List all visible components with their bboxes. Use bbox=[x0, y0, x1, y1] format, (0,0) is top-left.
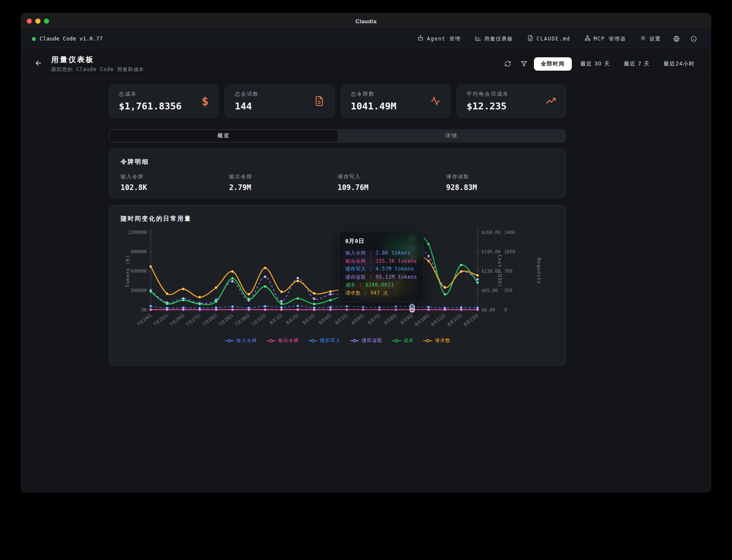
svg-text:1400: 1400 bbox=[504, 230, 515, 235]
refresh-icon[interactable] bbox=[501, 57, 514, 70]
svg-text:7月25日: 7月25日 bbox=[152, 312, 169, 327]
svg-text:0: 0 bbox=[504, 307, 507, 312]
legend-label: 输出令牌 bbox=[278, 337, 299, 344]
robot-icon bbox=[417, 35, 424, 43]
back-button[interactable] bbox=[32, 56, 45, 71]
svg-text:7月30日: 7月30日 bbox=[234, 312, 251, 327]
legend-label: 成本 bbox=[403, 337, 414, 344]
breakdown-value: 2.79M bbox=[229, 183, 338, 192]
token-breakdown-grid: 输入令牌 102.8K 输出令牌 2.79M 缓存写入 109.76M 缓存读取… bbox=[121, 173, 555, 192]
page-header: 用量仪表板 跟踪您的 Claude Code 用量和成本 全部时间 最近 30 … bbox=[21, 48, 711, 80]
legend-line-icon bbox=[392, 339, 401, 343]
breakdown-item-cache-write: 缓存写入 109.76M bbox=[338, 173, 446, 192]
svg-text:$0.00: $0.00 bbox=[481, 307, 495, 312]
breakdown-label: 输入令牌 bbox=[121, 173, 229, 180]
top-nav: Claude Code v1.0.77 Agent 管理 用量仪表板 CLAUD… bbox=[21, 30, 711, 48]
chart-title: 随时间变化的日常用量 bbox=[121, 215, 555, 223]
range-7-days-button[interactable]: 最近 7 天 bbox=[619, 57, 655, 71]
svg-text:8月3日: 8月3日 bbox=[301, 312, 316, 325]
nav-label: 设置 bbox=[649, 35, 661, 43]
tooltip-title: 8月9日 bbox=[345, 237, 417, 245]
tooltip-row: 成本 : $240.0021 bbox=[345, 281, 417, 289]
breakdown-value: 109.76M bbox=[338, 183, 446, 192]
stat-label: 总令牌数 bbox=[351, 90, 397, 98]
tooltip-row: 缓存写入 : 4.57M tokens bbox=[345, 265, 417, 273]
nav-claude-md[interactable]: CLAUDE.md bbox=[522, 32, 575, 46]
bar-chart-icon bbox=[475, 35, 481, 43]
maximize-window-button[interactable] bbox=[44, 19, 49, 24]
info-icon[interactable] bbox=[687, 32, 700, 45]
tooltip-row: 输出令牌 : 155.3K tokens bbox=[345, 257, 417, 265]
nav-items: Agent 管理 用量仪表板 CLAUDE.md MCP 管理器 设置 bbox=[413, 32, 700, 46]
svg-text:90000K: 90000K bbox=[130, 249, 147, 254]
nav-label: Agent 管理 bbox=[427, 35, 461, 43]
breakdown-item-input: 输入令牌 102.8K bbox=[121, 173, 229, 192]
stat-label: 总会话数 bbox=[235, 90, 259, 98]
stats-row: 总成本 $1,761.8356 $ 总会话数 144 总令牌数 1041.49M bbox=[109, 84, 566, 118]
svg-text:8月4日: 8月4日 bbox=[318, 312, 332, 325]
svg-text:$260.00: $260.00 bbox=[481, 230, 500, 235]
header-controls: 全部时间 最近 30 天 最近 7 天 最近24小时 bbox=[501, 57, 700, 71]
legend-item-input_tokens[interactable]: 输入令牌 bbox=[225, 337, 257, 344]
file-text-icon bbox=[314, 96, 325, 106]
minimize-window-button[interactable] bbox=[35, 19, 40, 24]
svg-text:$195.00: $195.00 bbox=[481, 249, 500, 254]
breakdown-label: 输出令牌 bbox=[229, 173, 338, 180]
nav-usage-dashboard[interactable]: 用量仪表板 bbox=[470, 32, 518, 46]
view-tabs: 概览 详情 bbox=[109, 129, 566, 143]
breakdown-label: 缓存写入 bbox=[338, 173, 446, 180]
svg-text:$65.00: $65.00 bbox=[481, 288, 498, 293]
svg-text:8月10日: 8月10日 bbox=[413, 312, 430, 327]
page-subtitle: 跟踪您的 Claude Code 用量和成本 bbox=[51, 66, 144, 73]
svg-text:7月24日: 7月24日 bbox=[136, 312, 152, 327]
close-window-button[interactable] bbox=[27, 19, 32, 24]
range-24-hours-button[interactable]: 最近24小时 bbox=[658, 57, 700, 71]
nav-label: 用量仪表板 bbox=[484, 35, 514, 43]
breakdown-item-cache-read: 缓存读取 928.83M bbox=[446, 173, 555, 192]
chart-legend: 输入令牌 输出令牌 缓存写入 缓存读取 成本 请求数 bbox=[121, 337, 555, 344]
filter-icon[interactable] bbox=[518, 57, 530, 70]
nav-label: MCP 管理器 bbox=[594, 35, 626, 43]
nav-agent-manager[interactable]: Agent 管理 bbox=[413, 32, 465, 46]
stat-label: 平均每会话成本 bbox=[467, 90, 509, 98]
svg-text:120000K: 120000K bbox=[128, 230, 147, 235]
svg-text:350: 350 bbox=[504, 288, 512, 293]
svg-text:8月5日: 8月5日 bbox=[334, 312, 349, 325]
legend-item-cache_write[interactable]: 缓存写入 bbox=[308, 337, 341, 344]
breakdown-item-output: 输出令牌 2.79M bbox=[229, 173, 338, 192]
tooltip-row: 请求数 : 947 次 bbox=[345, 289, 417, 297]
stat-value: 1041.49M bbox=[351, 101, 397, 112]
svg-text:7月29日: 7月29日 bbox=[217, 312, 234, 327]
legend-line-icon bbox=[267, 339, 276, 343]
svg-text:Requests: Requests bbox=[536, 258, 542, 284]
svg-text:8月13日: 8月13日 bbox=[462, 312, 479, 327]
tab-details[interactable]: 详情 bbox=[338, 130, 565, 142]
svg-text:0K: 0K bbox=[141, 307, 147, 312]
stat-label: 总成本 bbox=[119, 90, 182, 98]
svg-text:8月1日: 8月1日 bbox=[269, 312, 283, 325]
svg-text:60000K: 60000K bbox=[130, 268, 147, 274]
globe-icon[interactable] bbox=[670, 32, 683, 45]
legend-item-cache_read[interactable]: 缓存读取 bbox=[350, 337, 382, 344]
legend-label: 缓存读取 bbox=[362, 337, 382, 344]
breakdown-value: 928.83M bbox=[446, 183, 555, 192]
svg-text:Cost (USD): Cost (USD) bbox=[497, 255, 502, 287]
svg-text:8月8日: 8月8日 bbox=[383, 312, 398, 325]
daily-usage-chart[interactable]: 0K30000K60000K90000K120000K$0.00$65.00$1… bbox=[121, 226, 555, 335]
legend-item-output_tokens[interactable]: 输出令牌 bbox=[267, 337, 299, 344]
nav-mcp-manager[interactable]: MCP 管理器 bbox=[580, 32, 631, 46]
tab-overview[interactable]: 概览 bbox=[110, 130, 338, 142]
nav-settings[interactable]: 设置 bbox=[635, 32, 666, 46]
range-30-days-button[interactable]: 最近 30 天 bbox=[575, 57, 615, 71]
range-all-time-button[interactable]: 全部时间 bbox=[534, 57, 572, 71]
app-status: Claude Code v1.0.77 bbox=[32, 36, 103, 42]
chart-area: 0K30000K60000K90000K120000K$0.00$65.00$1… bbox=[121, 226, 555, 335]
file-text-icon bbox=[527, 35, 533, 43]
tooltip-rows: 输入令牌 : 2.8K tokens输出令牌 : 155.3K tokens缓存… bbox=[345, 249, 417, 297]
legend-item-cost[interactable]: 成本 bbox=[392, 337, 414, 344]
window-title: Claudia bbox=[355, 18, 376, 25]
svg-text:7月26日: 7月26日 bbox=[168, 312, 185, 327]
legend-item-requests[interactable]: 请求数 bbox=[423, 337, 450, 344]
arrow-left-icon bbox=[34, 59, 43, 68]
legend-label: 缓存写入 bbox=[320, 337, 341, 344]
